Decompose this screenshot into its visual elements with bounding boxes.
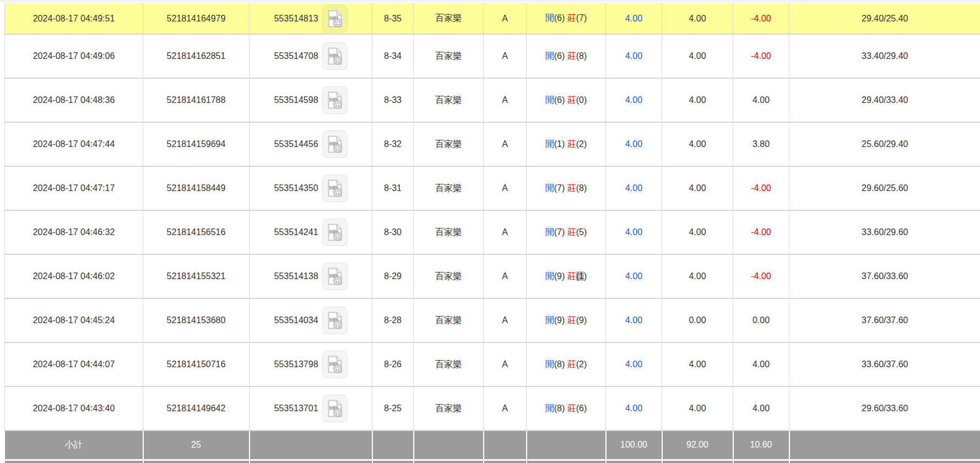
bet-amount-link[interactable]: 4.00 <box>625 183 642 193</box>
game-id-value: 553514813 <box>274 14 318 24</box>
bet-time-cell: 2024-08-17 04:44:07 <box>5 342 143 386</box>
outcome-cell: 閒(8) 莊(6) <box>527 386 606 431</box>
table-row[interactable]: 2024-08-17 04:47:44 521814159694 5535144… <box>5 122 980 166</box>
result-cell: A <box>484 386 527 431</box>
outcome-cell: 閒(7) 莊(8) <box>527 166 606 210</box>
subtotal-empty-cell <box>789 431 980 460</box>
table-row[interactable]: 2024-08-17 04:45:24 521814153680 5535140… <box>5 298 980 342</box>
win-loss-value: 3.80 <box>752 139 770 149</box>
video-replay-button[interactable] <box>322 5 348 32</box>
table-row[interactable]: 2024-08-17 04:48:36 521814161788 5535145… <box>5 78 980 122</box>
game-id-value: 553513701 <box>274 404 318 413</box>
player-label: 閒 <box>545 139 554 149</box>
video-file-icon <box>327 311 343 330</box>
win-loss-cell: 4.00 <box>733 78 789 122</box>
win-loss-value: -4.00 <box>751 227 771 237</box>
banker-label: 莊 <box>567 359 576 369</box>
game-type-cell: 百家樂 <box>414 254 484 298</box>
bet-amount-link[interactable]: 4.00 <box>625 51 642 61</box>
table-no-cell: 8-25 <box>372 386 414 431</box>
bet-amount-link[interactable]: 4.00 <box>625 139 642 149</box>
table-row[interactable]: 2024-08-17 04:44:07 521814150716 5535137… <box>5 342 980 386</box>
game-type-cell: 百家樂 <box>414 386 484 431</box>
balance-cell: 25.60/29.40 <box>789 122 980 166</box>
video-file-icon <box>327 267 343 286</box>
player-label: 閒 <box>545 359 554 369</box>
table-no-cell: 8-33 <box>372 78 414 122</box>
valid-bet-cell: 4.00 <box>662 122 733 166</box>
banker-label: 莊 <box>567 139 576 149</box>
balance-cell: 37.60/33.60 <box>789 254 980 298</box>
table-row[interactable]: 2024-08-17 04:49:06 521814162851 5535147… <box>5 34 980 78</box>
game-id-cell: 553514598 <box>250 78 372 122</box>
bet-amount-link[interactable]: 4.00 <box>625 95 642 105</box>
subtotal-empty-cell <box>484 431 527 460</box>
win-loss-cell: -4.00 <box>733 210 789 254</box>
subtotal-winloss-total: 10.60 <box>733 431 789 460</box>
bet-amount-link[interactable]: 4.00 <box>625 404 642 413</box>
win-loss-value: -4.00 <box>751 271 771 281</box>
video-replay-button[interactable] <box>322 263 348 290</box>
banker-label: 莊 <box>567 227 576 237</box>
bet-id-cell: 521814159694 <box>143 122 250 166</box>
bet-id-cell: 521814161788 <box>143 78 250 122</box>
win-loss-cell: -4.00 <box>733 254 789 298</box>
game-id-value: 553514138 <box>274 271 318 281</box>
valid-bet-cell: 4.00 <box>662 210 733 254</box>
video-replay-button[interactable] <box>322 395 348 422</box>
game-id-cell: 553514813 <box>250 3 372 34</box>
balance-cell: 33.60/29.60 <box>789 210 980 254</box>
balance-cell: 37.60/37.60 <box>789 298 980 342</box>
win-loss-value: 4.00 <box>752 359 770 369</box>
balance-cell: 33.60/37.60 <box>789 342 980 386</box>
player-label: 閒 <box>545 271 554 281</box>
table-row[interactable]: 2024-08-17 04:43:40 521814149642 5535137… <box>5 386 980 431</box>
video-replay-button[interactable] <box>322 42 348 70</box>
bet-amount-cell: 4.00 <box>606 254 662 298</box>
game-id-cell: 553514456 <box>250 122 372 166</box>
outcome-cell: 閒(9) 莊(1) <box>527 254 606 298</box>
valid-bet-cell: 4.00 <box>662 386 733 431</box>
game-type-cell: 百家樂 <box>414 3 484 34</box>
game-type-cell: 百家樂 <box>414 210 484 254</box>
table-row[interactable]: 2024-08-17 04:46:32 521814156516 5535142… <box>5 210 980 254</box>
video-replay-button[interactable] <box>322 307 348 334</box>
video-replay-button[interactable] <box>322 130 348 158</box>
subtotal-row: 小計 25 100.00 92.00 10.60 <box>5 431 980 460</box>
player-label: 閒 <box>545 315 554 325</box>
bet-amount-cell: 4.00 <box>606 210 662 254</box>
banker-label: 莊 <box>567 271 576 281</box>
result-cell: A <box>484 78 527 122</box>
game-id-value: 553514708 <box>274 51 318 61</box>
game-type-cell: 百家樂 <box>414 166 484 210</box>
bet-amount-link[interactable]: 4.00 <box>625 227 642 237</box>
table-row[interactable]: 2024-08-17 04:49:51 521814164979 5535148… <box>5 3 980 34</box>
result-cell: A <box>484 122 527 166</box>
win-loss-value: -4.00 <box>751 51 771 61</box>
outcome-cell: 閒(9) 莊(9) <box>527 298 606 342</box>
subtotal-empty-cell <box>250 431 372 460</box>
bet-amount-link[interactable]: 4.00 <box>625 14 642 23</box>
bet-amount-link[interactable]: 4.00 <box>625 359 642 369</box>
valid-bet-cell: 4.00 <box>662 254 733 298</box>
bet-amount-link[interactable]: 4.00 <box>625 271 642 281</box>
balance-cell: 29.40/33.40 <box>789 78 980 122</box>
bet-time-cell: 2024-08-17 04:49:06 <box>5 34 143 78</box>
video-replay-button[interactable] <box>322 219 348 246</box>
balance-cell: 33.40/29.40 <box>789 34 980 78</box>
table-row[interactable]: 2024-08-17 04:47:17 521814158449 5535143… <box>5 166 980 210</box>
game-type-cell: 百家樂 <box>414 122 484 166</box>
outcome-cell: 閒(8) 莊(2) <box>527 342 606 386</box>
bet-time-cell: 2024-08-17 04:46:32 <box>5 210 143 254</box>
bet-amount-link[interactable]: 4.00 <box>625 315 642 325</box>
banker-label: 莊 <box>567 51 576 61</box>
banker-label: 莊 <box>567 404 576 413</box>
video-replay-button[interactable] <box>322 351 348 378</box>
video-replay-button[interactable] <box>322 175 348 202</box>
win-loss-value: -4.00 <box>751 14 771 23</box>
video-replay-button[interactable] <box>322 86 348 114</box>
bet-records-table: 2024-08-17 04:49:51 521814164979 5535148… <box>4 3 980 463</box>
table-no-cell: 8-34 <box>372 34 414 78</box>
table-row[interactable]: 2024-08-17 04:46:02 521814155321 5535141… <box>5 254 980 298</box>
player-label: 閒 <box>545 227 554 237</box>
